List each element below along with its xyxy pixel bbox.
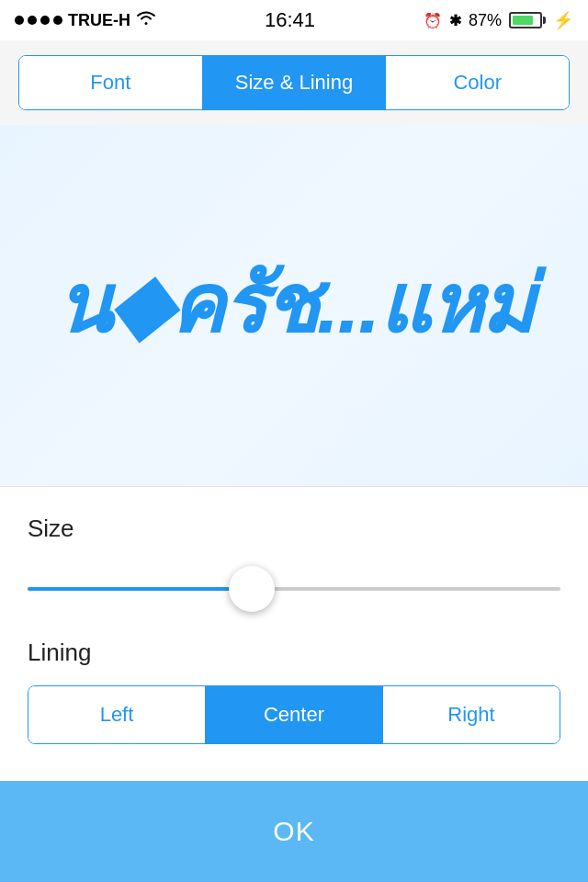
ok-button-area: OK	[0, 781, 588, 882]
signal-dot-4	[53, 16, 62, 25]
signal-dot-1	[15, 16, 24, 25]
lining-right[interactable]: Right	[383, 686, 560, 743]
signal-dot-2	[28, 16, 37, 25]
tab-color[interactable]: Color	[386, 56, 569, 109]
ok-button[interactable]: OK	[218, 797, 369, 865]
size-slider-fill	[28, 587, 252, 591]
battery-icon	[509, 12, 546, 28]
lining-center-label: Center	[264, 703, 324, 726]
lining-center[interactable]: Center	[206, 686, 383, 743]
wifi-icon	[136, 11, 156, 30]
signal-dots	[15, 16, 62, 25]
tab-color-label: Color	[453, 71, 502, 94]
preview-area: น◆ครัช...แหม่	[0, 125, 588, 486]
tab-bar: Font Size & Lining Color	[18, 55, 570, 110]
tab-size-lining[interactable]: Size & Lining	[203, 56, 387, 109]
status-right: ⏰ ✱ 87% ⚡	[424, 10, 573, 30]
settings-area: Size Lining Left Center Right	[0, 487, 588, 781]
size-slider-thumb[interactable]	[229, 566, 275, 612]
lining-label: Lining	[28, 639, 560, 667]
lining-control: Left Center Right	[28, 685, 560, 744]
signal-dot-3	[40, 16, 50, 25]
alarm-icon: ⏰	[424, 12, 442, 29]
preview-text: น◆ครัช...แหม่	[56, 261, 532, 350]
battery-percent: 87%	[469, 11, 502, 30]
bluetooth-icon: ✱	[449, 12, 461, 29]
battery-fill	[513, 16, 533, 25]
tab-size-lining-label: Size & Lining	[235, 71, 353, 94]
status-bar: TRUE-H 16:41 ⏰ ✱ 87% ⚡	[0, 0, 588, 40]
lining-left[interactable]: Left	[28, 686, 206, 743]
charge-icon: ⚡	[553, 10, 573, 30]
size-slider-container[interactable]	[28, 561, 560, 616]
battery-tip	[543, 17, 546, 24]
size-label: Size	[28, 514, 560, 543]
tab-font-label: Font	[90, 71, 130, 94]
lining-left-label: Left	[100, 703, 134, 726]
battery-body	[509, 12, 542, 28]
status-left: TRUE-H	[15, 11, 156, 30]
size-slider-track	[28, 587, 560, 591]
tab-font[interactable]: Font	[19, 56, 203, 109]
lining-right-label: Right	[447, 703, 494, 726]
status-time: 16:41	[265, 8, 315, 32]
carrier-name: TRUE-H	[68, 11, 130, 30]
